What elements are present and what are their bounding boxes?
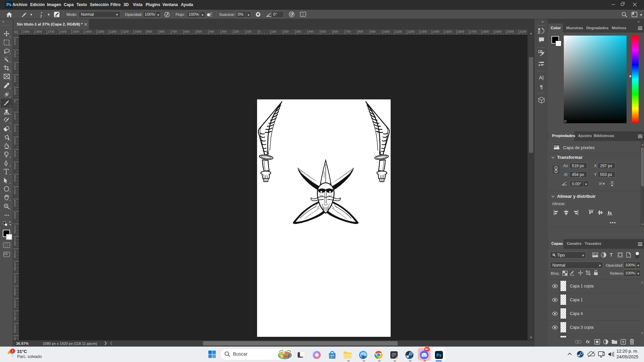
svg-text:Ps: Ps <box>437 353 442 358</box>
